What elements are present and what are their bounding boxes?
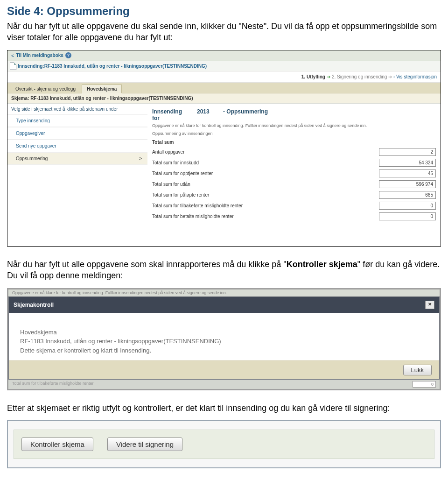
- arrow-right-icon: ➔: [327, 74, 330, 79]
- summary-row-label: Total sum for påløpte renter: [152, 192, 379, 198]
- total-sum-label: Total sum: [152, 140, 436, 145]
- sidebar-item-oppgavegiver[interactable]: Oppgavegiver: [7, 127, 147, 140]
- modal-titlebar: Skjemakontroll ✕: [9, 297, 439, 313]
- step-row: 1. Utfylling ➔ 2. Signering og innsendin…: [7, 71, 441, 83]
- paragraph-3: Etter at skjemaet er riktig utfylt og ko…: [7, 402, 441, 414]
- summary-row: Total sum for påløpte renter665: [152, 190, 436, 200]
- summary-row-value: 54 324: [379, 159, 436, 167]
- summary-head-year: 2013: [197, 108, 216, 121]
- expand-icon: ▫: [393, 74, 395, 79]
- modal-line-2: RF-1183 Innskudd, utlån og renter - likn…: [20, 337, 428, 346]
- summary-row-value: 0: [379, 212, 436, 220]
- summary-row-value: 596 974: [379, 180, 436, 188]
- summary-row-value: 2: [379, 148, 436, 156]
- modal-title: Skjemakontroll: [14, 302, 54, 308]
- summary-row-label: Total sum for opptjente renter: [152, 171, 379, 176]
- back-chevron-icon: <: [11, 53, 14, 58]
- summary-row: Total sum for opptjente renter45: [152, 168, 436, 179]
- summary-help-1: Oppgavene er nå klare for kontroll og in…: [152, 123, 436, 129]
- chevron-right-icon: >: [139, 156, 142, 161]
- summary-row-label: Total sum for tilbakeførte misligholdte …: [152, 203, 379, 208]
- title-row: Innsending: RF-1183 Innskudd, utlån og r…: [7, 61, 441, 71]
- modal-dialog: Skjemakontroll ✕ Hovedskjema RF-1183 Inn…: [8, 296, 440, 380]
- ghost-row-top: Oppgavene er nå klare for kontroll og in…: [8, 289, 440, 296]
- modal-line-1: Hovedskjema: [20, 328, 428, 337]
- step-1-label: 1. Utfylling: [301, 74, 325, 79]
- tab-row: Oversikt - skjema og vedlegg Hovedskjema: [7, 83, 441, 93]
- summary-row: Total sum for betalte misligholdte rente…: [152, 211, 436, 222]
- summary-row-value: 0: [379, 202, 436, 210]
- help-icon[interactable]: ?: [65, 52, 71, 58]
- sidebar-item-label: Oppsummering: [16, 156, 48, 161]
- screenshot-schema-control-modal: Oppgavene er nå klare for kontroll og in…: [7, 288, 441, 391]
- summary-row: Antall oppgaver2: [152, 147, 436, 157]
- summary-row: Total sum for utlån596 974: [152, 179, 436, 190]
- modal-footer: Lukk: [9, 360, 439, 379]
- summary-row-label: Total sum for betalte misligholdte rente…: [152, 214, 379, 219]
- sidebar-item-type[interactable]: Type innsending: [7, 114, 147, 127]
- close-button[interactable]: Lukk: [403, 365, 432, 375]
- back-to-inbox-link[interactable]: Til Min meldingsboks: [16, 53, 63, 58]
- summary-help-2: Oppsummering av innsendingen: [152, 131, 436, 137]
- summary-row-value: 45: [379, 169, 436, 177]
- topbar: < Til Min meldingsboks ?: [7, 50, 441, 61]
- screenshot-action-buttons: Kontroller skjema Videre til signering: [7, 420, 441, 468]
- schema-subtitle: Skjema: RF-1183 Innskudd, utlån og rente…: [7, 93, 441, 104]
- sidebar: Velg side i skjemaet ved å klikke på sid…: [7, 104, 147, 230]
- summary-heading: Innsending for 2013 - Oppsummering: [152, 106, 436, 122]
- close-icon[interactable]: ✕: [425, 301, 434, 309]
- summary-row: Total sum for tilbakeførte misligholdte …: [152, 200, 436, 211]
- summary-row-value: 665: [379, 191, 436, 199]
- sidebar-hint: Velg side i skjemaet ved å klikke på sid…: [7, 104, 147, 114]
- summary-row-label: Total sum for utlån: [152, 182, 379, 187]
- summary-row: Total sum for innskudd54 324: [152, 157, 436, 168]
- summary-row-label: Total sum for innskudd: [152, 160, 379, 165]
- modal-body: Hovedskjema RF-1183 Innskudd, utlån og r…: [9, 313, 439, 361]
- tab-main-form[interactable]: Hovedskjema: [82, 85, 122, 93]
- main-panel: Innsending for 2013 - Oppsummering Oppga…: [147, 104, 441, 230]
- show-step-info-link[interactable]: Vis steginformasjon: [396, 74, 437, 79]
- modal-line-3: Dette skjema er kontrollert og klart til…: [20, 346, 428, 355]
- page-heading: Side 4: Oppsummering: [7, 5, 441, 18]
- screenshot-summary-form: < Til Min meldingsboks ? Innsending: RF-…: [7, 50, 441, 247]
- summary-row-label: Antall oppgaver: [152, 149, 379, 155]
- sidebar-item-summary[interactable]: Oppsummering >: [7, 152, 147, 165]
- paragraph-2: Når du har fylt ut alle oppgavene som sk…: [7, 259, 441, 282]
- summary-head-left: Innsending for: [152, 108, 189, 121]
- arrow-right-icon: ➔: [388, 74, 392, 79]
- document-icon: [10, 63, 16, 70]
- sidebar-item-send-new[interactable]: Send nye oppgaver: [7, 140, 147, 152]
- check-schema-button[interactable]: Kontroller skjema: [21, 438, 93, 451]
- title-prefix: Innsending:: [18, 64, 44, 69]
- summary-head-right: - Oppsummering: [223, 108, 268, 121]
- proceed-to-signing-button[interactable]: Videre til signering: [107, 438, 182, 451]
- ghost-bottom-value: 0: [413, 381, 436, 388]
- tab-overview[interactable]: Oversikt - skjema og vedlegg: [10, 85, 81, 93]
- ghost-row-bottom: Total sum for tilbakeførte misligholdte …: [8, 380, 440, 389]
- step-2-label: 2. Signering og innsending: [332, 74, 387, 79]
- title-form-link[interactable]: RF-1183 Innskudd, utlån og renter - likn…: [44, 64, 207, 69]
- ghost-bottom-label: Total sum for tilbakeførte misligholdte …: [12, 381, 94, 388]
- intro-paragraph: Når du har fylt ut alle oppgavene du ska…: [7, 21, 441, 43]
